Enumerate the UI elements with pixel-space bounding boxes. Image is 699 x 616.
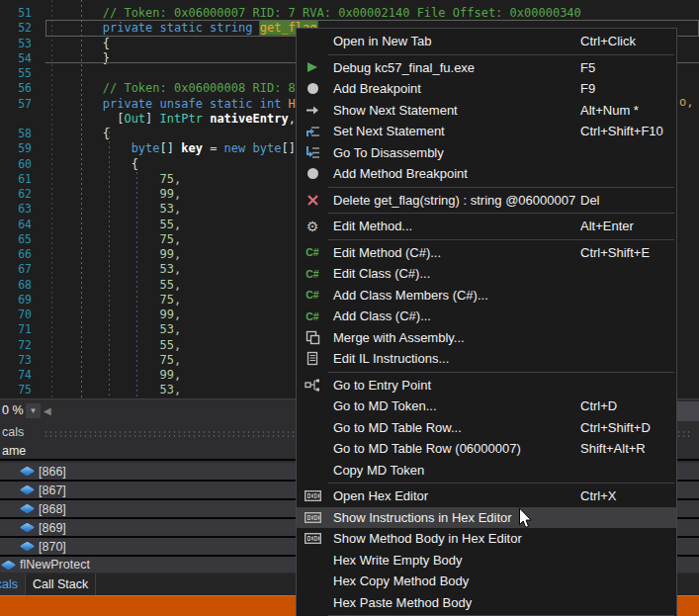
menu-item-label: Hex Copy Method Body (333, 573, 469, 588)
code-text: 53, (45, 262, 181, 277)
code-text: 99, (45, 187, 181, 202)
line-number: 62 (0, 187, 32, 202)
locals-panel-title: cals (2, 425, 24, 439)
menu-item-label: Add Class (C#)... (333, 308, 431, 323)
mouse-cursor (518, 508, 532, 529)
menu-item-label: Hex Paste Method Body (333, 595, 472, 610)
line-number: 60 (0, 157, 32, 172)
menu-item-shortcut: Alt+Num * (580, 103, 639, 118)
context-menu: Open in New TabCtrl+ClickDebug kc57_fina… (296, 28, 677, 616)
code-fragment: o, (679, 95, 693, 110)
menu-separator (328, 372, 674, 373)
gear-icon: ⚙ (300, 220, 325, 233)
line-number: 72 (0, 338, 32, 353)
menu-item-add-class-members-c[interactable]: C#Add Class Members (C#)... (297, 285, 676, 307)
code-text: { (45, 127, 110, 141)
code-line[interactable]: 51// Token: 0x06000007 RID: 7 RVA: 0x000… (0, 6, 699, 21)
menu-item-hex-write-empty-body[interactable]: Hex Write Empty Body (297, 550, 676, 572)
dnspy-window: 51// Token: 0x06000007 RID: 7 RVA: 0x000… (0, 0, 699, 616)
menu-item-hex-paste-method-body[interactable]: Hex Paste Method Body (297, 592, 676, 614)
menu-item-go-to-entry-point[interactable]: Go to Entry Point (297, 375, 676, 396)
method-breakpoint-icon (300, 168, 325, 179)
menu-item-shortcut: F9 (580, 81, 595, 96)
menu-item-shortcut: Alt+Enter (580, 219, 634, 233)
hex-editor-icon (300, 532, 325, 545)
menu-item-show-instructions-in-hex-editor[interactable]: Show Instructions in Hex Editor (297, 507, 676, 529)
menu-item-label: Set Next Statement (333, 124, 445, 138)
code-text: { (45, 37, 110, 51)
menu-item-label: Go to MD Token... (333, 398, 437, 413)
code-text: 55, (45, 278, 181, 293)
menu-item-label: Add Breakpoint (333, 81, 421, 96)
menu-item-merge-with-assembly[interactable]: Merge with Assembly... (297, 327, 676, 349)
breakpoint-icon (300, 83, 325, 94)
menu-item-label: Show Instructions in Hex Editor (333, 510, 512, 525)
code-text: 99, (45, 247, 181, 262)
menu-item-label: Copy MD Token (333, 463, 424, 478)
line-number: 59 (0, 141, 32, 156)
menu-item-edit-il-instructions[interactable]: Edit IL Instructions... (297, 348, 676, 370)
menu-item-label: Edit Method... (333, 219, 412, 233)
menu-item-set-next-statement[interactable]: Set Next StatementCtrl+Shift+F10 (297, 121, 676, 142)
menu-item-add-class-c[interactable]: C#Add Class (C#)... (297, 306, 676, 327)
line-number: 74 (0, 368, 32, 383)
line-number: 64 (0, 218, 32, 232)
tab-call-stack[interactable]: Call Stack (26, 573, 96, 595)
code-text: 99, (45, 308, 181, 322)
code-text: 75, (45, 172, 181, 187)
menu-item-shortcut: Ctrl+D (580, 398, 617, 413)
tab-cals[interactable]: cals (0, 573, 26, 595)
menu-item-label: Go to MD Table Row... (333, 420, 462, 435)
line-number: 66 (0, 247, 32, 262)
menu-separator (328, 239, 674, 240)
locals-row-label: [866] (39, 465, 66, 479)
menu-item-open-in-new-tab[interactable]: Open in New TabCtrl+Click (297, 31, 676, 52)
locals-row-label: flNewProtect (20, 558, 90, 572)
hex-editor-icon (300, 511, 325, 524)
menu-item-hex-copy-method-body[interactable]: Hex Copy Method Body (297, 571, 676, 592)
merge-assembly-icon (300, 330, 325, 345)
line-number: 71 (0, 322, 32, 337)
menu-item-edit-method-c[interactable]: C#Edit Method (C#)...Ctrl+Shift+E (297, 242, 676, 264)
menu-item-show-method-body-in-hex-editor[interactable]: Show Method Body in Hex Editor (297, 528, 676, 550)
menu-item-delete-get-flag-string-string-06000007[interactable]: Delete get_flag(string) : string @060000… (297, 190, 676, 212)
code-text: 99, (45, 368, 181, 383)
locals-row-label: [868] (39, 502, 66, 516)
field-icon (20, 542, 36, 552)
menu-item-shortcut: Del (580, 193, 600, 208)
code-text: 55, (45, 218, 181, 232)
line-number: 65 (0, 232, 32, 247)
zoom-dropdown-button[interactable]: ▼ (26, 403, 41, 418)
line-number (0, 112, 32, 127)
hex-editor-icon (300, 489, 325, 502)
code-text: 53, (45, 202, 181, 217)
locals-row-label: [867] (39, 484, 66, 497)
menu-item-add-method-breakpoint[interactable]: Add Method Breakpoint (297, 163, 676, 185)
show-next-statement-icon (300, 103, 325, 118)
menu-item-go-to-md-table-row-06000007[interactable]: Go to MD Table Row (06000007)Shift+Alt+R (297, 438, 676, 460)
menu-item-debug-kc57-final-fu-exe[interactable]: Debug kc57_final_fu.exeF5 (297, 57, 676, 79)
menu-item-edit-method[interactable]: ⚙Edit Method...Alt+Enter (297, 216, 676, 237)
menu-item-show-next-statement[interactable]: Show Next StatementAlt+Num * (297, 100, 676, 122)
menu-item-shortcut: Ctrl+Shift+D (580, 420, 651, 435)
menu-item-label: Edit Method (C#)... (333, 245, 441, 260)
menu-item-label: Add Method Breakpoint (333, 166, 468, 181)
menu-separator (328, 213, 674, 214)
menu-item-edit-class-c[interactable]: C#Edit Class (C#)... (297, 263, 676, 285)
menu-item-open-hex-editor[interactable]: Open Hex EditorCtrl+X (297, 485, 676, 507)
menu-item-go-to-md-table-row[interactable]: Go to MD Table Row...Ctrl+Shift+D (297, 417, 676, 439)
code-text: } (45, 51, 110, 66)
code-text: 75, (45, 293, 181, 308)
menu-item-label: Show Method Body in Hex Editor (333, 531, 522, 546)
menu-item-copy-md-token[interactable]: Copy MD Token (297, 460, 676, 482)
line-number: 51 (0, 6, 32, 21)
menu-item-go-to-md-token[interactable]: Go to MD Token...Ctrl+D (297, 396, 676, 417)
locals-row-label: [869] (39, 521, 66, 535)
zoom-level: 0 % (2, 403, 24, 417)
code-text: 53, (45, 383, 181, 397)
locals-header-label: ame (2, 444, 26, 458)
menu-item-label: Open in New Tab (333, 34, 432, 48)
menu-item-go-to-disassembly[interactable]: Go To Disassembly (297, 142, 676, 164)
menu-item-add-breakpoint[interactable]: Add BreakpointF9 (297, 78, 676, 100)
scroll-left-arrow-icon[interactable]: ◀ (44, 403, 51, 419)
